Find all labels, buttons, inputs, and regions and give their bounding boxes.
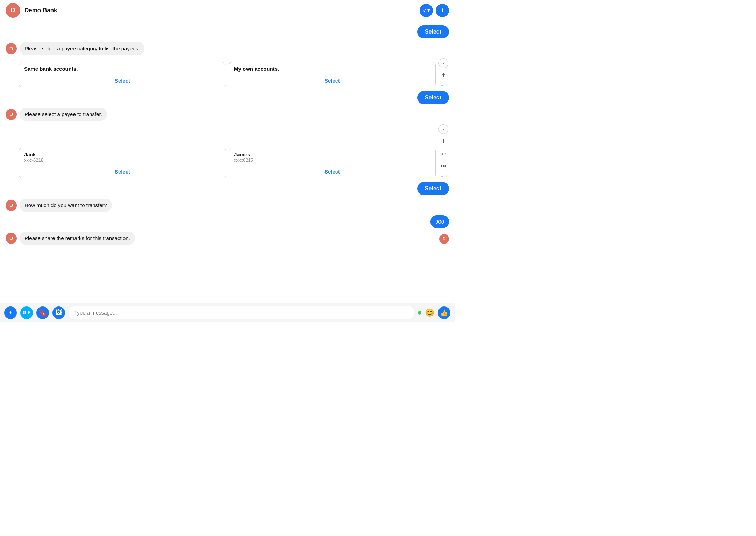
bot-avatar-2: D — [6, 109, 17, 120]
same-bank-card-body: Same bank accounts. — [19, 62, 226, 74]
user-avatar-typing: D — [439, 234, 449, 244]
james-card-body: James xxxx6215 — [229, 148, 435, 165]
message-input[interactable] — [69, 306, 414, 319]
sticker-button[interactable]: 🔖 — [36, 306, 49, 319]
sticker-icon: 🔖 — [38, 309, 47, 317]
payee-prompt-row: D Please select a payee to transfer. — [6, 108, 449, 121]
same-bank-card: Same bank accounts. Select — [19, 62, 226, 87]
header-title: Demo Bank — [24, 7, 420, 14]
payee-more-icon[interactable]: ••• — [438, 161, 449, 172]
header-actions: ✓▾ i — [420, 4, 449, 17]
select-mid-button[interactable]: Select — [417, 91, 449, 104]
image-icon: 🖼 — [55, 309, 62, 317]
select-mid-row: Select — [6, 91, 449, 104]
gif-button[interactable]: GIF — [20, 306, 33, 319]
category-prompt-bubble: Please select a payee category to list t… — [20, 42, 144, 55]
image-button[interactable]: 🖼 — [52, 306, 65, 319]
payee-reply-icon[interactable]: ↩ — [438, 148, 449, 159]
james-title: James — [234, 151, 430, 157]
james-select-button[interactable]: Select — [229, 165, 435, 178]
payee-cards-outer: Jack xxxx6218 Select James xxxx6215 Sele… — [6, 124, 449, 178]
header-avatar: D — [6, 3, 20, 18]
jack-select-button[interactable]: Select — [19, 165, 226, 178]
chevron-icon[interactable]: › — [438, 58, 448, 68]
chat-body: Select D Please select a payee category … — [0, 21, 455, 303]
bot-avatar-3: D — [6, 200, 17, 211]
own-accounts-card-body: My own accounts. — [229, 62, 435, 74]
category-prompt-row: D Please select a payee category to list… — [6, 42, 449, 55]
gif-icon: GIF — [23, 310, 30, 315]
category-card-icons: › ⬆ ☺+ — [438, 58, 449, 87]
amount-bubble: 900 — [430, 215, 449, 228]
payee-chevron-icon[interactable]: › — [438, 124, 448, 134]
add-icon: + — [8, 309, 13, 317]
jack-subtitle: xxxx6218 — [24, 157, 221, 163]
jack-title: Jack — [24, 151, 221, 157]
category-cards-row: Same bank accounts. Select My own accoun… — [19, 62, 436, 87]
check-button[interactable]: ✓▾ — [420, 4, 433, 17]
remarks-prompt-bubble: Please share the remarks for this transa… — [20, 232, 135, 245]
select-top-button[interactable]: Select — [417, 25, 449, 38]
emoji-button[interactable]: 😊 — [425, 308, 434, 317]
info-button[interactable]: i — [436, 4, 449, 17]
jack-card: Jack xxxx6218 Select — [19, 148, 226, 178]
amount-reply-row: 900 — [6, 215, 449, 228]
payee-card-icons: › ⬆ ↩ ••• ☺+ — [438, 124, 449, 178]
payee-prompt-bubble: Please select a payee to transfer. — [20, 108, 107, 121]
payee-emoji-add-icon[interactable]: ☺+ — [440, 173, 447, 178]
chat-header: D Demo Bank ✓▾ i — [0, 0, 455, 21]
input-bar: + GIF 🔖 🖼 😊 👍 — [0, 303, 455, 322]
select-top-row: Select — [6, 25, 449, 38]
own-accounts-card: My own accounts. Select — [229, 62, 436, 87]
thumbs-up-button[interactable]: 👍 — [438, 306, 450, 319]
select-bot-row: Select — [6, 182, 449, 195]
jack-card-body: Jack xxxx6218 — [19, 148, 226, 165]
emoji-icon: 😊 — [425, 308, 434, 317]
add-button[interactable]: + — [4, 306, 17, 319]
james-card: James xxxx6215 Select — [229, 148, 436, 178]
own-accounts-select-button[interactable]: Select — [229, 74, 435, 87]
payee-share-icon[interactable]: ⬆ — [438, 135, 449, 147]
payee-cards-row: Jack xxxx6218 Select James xxxx6215 Sele… — [19, 148, 436, 178]
bot-avatar-1: D — [6, 43, 17, 54]
james-subtitle: xxxx6215 — [234, 157, 430, 163]
online-indicator — [418, 311, 421, 315]
share-icon[interactable]: ⬆ — [438, 70, 449, 81]
transfer-prompt-bubble: How much do you want to transfer? — [20, 199, 112, 212]
transfer-prompt-row: D How much do you want to transfer? — [6, 199, 449, 212]
info-icon: i — [442, 7, 443, 14]
bot-avatar-4: D — [6, 233, 17, 244]
emoji-add-icon[interactable]: ☺+ — [440, 82, 447, 87]
own-accounts-title: My own accounts. — [234, 66, 430, 72]
select-bot-button[interactable]: Select — [417, 182, 449, 195]
check-icon: ✓▾ — [423, 7, 430, 14]
thumbs-up-icon: 👍 — [440, 309, 448, 317]
remarks-prompt-row: D Please share the remarks for this tran… — [6, 232, 449, 245]
same-bank-select-button[interactable]: Select — [19, 74, 226, 87]
category-cards-outer: Same bank accounts. Select My own accoun… — [6, 58, 449, 87]
same-bank-title: Same bank accounts. — [24, 66, 221, 72]
